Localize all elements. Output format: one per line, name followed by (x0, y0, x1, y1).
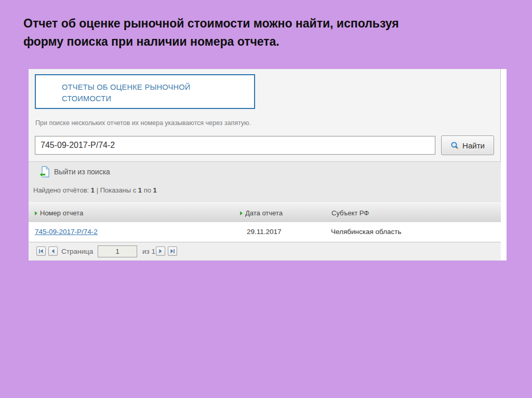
last-page-icon (170, 249, 175, 254)
table-header-row: Номер отчета Дата отчета Субъект РФ (29, 202, 501, 222)
magnifier-icon (450, 141, 459, 150)
results-count-line: Найдено отчётов: 1 | Показаны с 1 по 1 (33, 186, 157, 194)
report-date-cell: 29.11.2017 (247, 228, 282, 236)
column-header-report-date[interactable]: Дата отчета (240, 209, 283, 217)
report-search-panel: ОТЧЕТЫ ОБ ОЦЕНКЕ РЫНОЧНОЙ СТОИМОСТИ При … (29, 69, 507, 260)
shown-from: 1 (138, 186, 142, 194)
column-header-label: Дата отчета (245, 209, 283, 217)
first-page-icon (38, 249, 44, 254)
last-page-button[interactable] (168, 246, 177, 256)
results-toolbar-section: Выйти из поиска Найдено отчётов: 1 | Пок… (29, 161, 501, 202)
shown-prefix: Показаны с (100, 186, 136, 194)
panel-content: ОТЧЕТЫ ОБ ОЦЕНКЕ РЫНОЧНОЙ СТОИМОСТИ При … (29, 69, 501, 260)
exit-search-link[interactable]: Выйти из поиска (39, 166, 110, 178)
report-number-input[interactable] (35, 136, 435, 155)
results-separator: | (97, 186, 98, 194)
subject-rf-cell: Челябинская область (331, 228, 401, 236)
sort-icon (240, 211, 243, 215)
shown-to: 1 (153, 186, 157, 194)
found-count: 1 (91, 186, 95, 194)
page-total-label: из 1 (142, 248, 155, 255)
next-page-button[interactable] (156, 246, 165, 256)
page-number-input[interactable] (98, 245, 137, 257)
found-label: Найдено отчётов: (33, 186, 89, 194)
shown-mid: по (144, 186, 151, 194)
report-number-link[interactable]: 745-09-2017-Р/74-2 (35, 228, 98, 236)
search-hint-text: При поиске нескольких отчетов их номера … (35, 119, 251, 127)
page-label: Страница (61, 248, 93, 255)
pagination-bar: Страница из 1 (29, 242, 501, 260)
prev-page-button[interactable] (48, 246, 58, 256)
exit-search-label: Выйти из поиска (54, 168, 110, 176)
table-row: 745-09-2017-Р/74-2 29.11.2017 Челябинска… (29, 222, 501, 242)
exit-search-icon (39, 166, 50, 177)
prev-page-icon (50, 249, 56, 254)
tab-reports-market-value[interactable]: ОТЧЕТЫ ОБ ОЦЕНКЕ РЫНОЧНОЙ СТОИМОСТИ (35, 74, 255, 109)
slide-title: Отчет об оценке рыночной стоимости можно… (23, 15, 517, 51)
tab-label: ОТЧЕТЫ ОБ ОЦЕНКЕ РЫНОЧНОЙ СТОИМОСТИ (62, 81, 233, 104)
column-header-report-number[interactable]: Номер отчета (35, 209, 83, 217)
sort-icon (35, 211, 37, 215)
next-page-icon (158, 249, 163, 254)
search-button-label: Найти (462, 141, 485, 150)
column-header-label: Номер отчета (40, 209, 83, 217)
first-page-button[interactable] (36, 246, 46, 256)
column-header-subject-rf: Субъект РФ (331, 209, 369, 217)
column-header-label: Субъект РФ (331, 209, 369, 217)
search-button[interactable]: Найти (441, 135, 494, 155)
